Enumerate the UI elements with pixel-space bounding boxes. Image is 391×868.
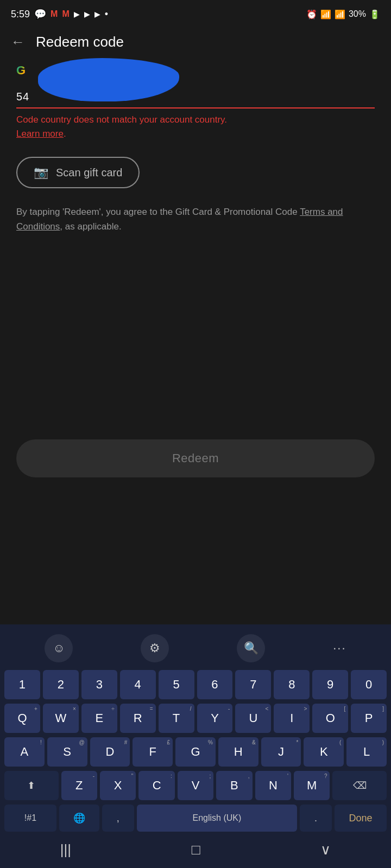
nav-back-button[interactable]: |||: [60, 841, 71, 858]
key-d[interactable]: #D: [90, 737, 130, 767]
key-4[interactable]: 4: [120, 670, 156, 699]
bottom-row: !#1 🌐 , English (UK) . Done: [0, 802, 391, 834]
alarm-icon: ⏰: [306, 9, 317, 20]
redeem-button-container: Redeem: [16, 439, 375, 477]
key-m[interactable]: ?M: [294, 771, 330, 800]
key-j[interactable]: *J: [261, 737, 301, 767]
key-s[interactable]: @S: [47, 737, 87, 767]
asdf-row: !A @S #D £F %G &H *J (K )L: [0, 735, 391, 769]
key-2[interactable]: 2: [43, 670, 79, 699]
shift-key[interactable]: ⬆: [4, 771, 59, 800]
key-p[interactable]: ]P: [351, 704, 387, 733]
comma-key[interactable]: ,: [102, 805, 134, 832]
terms-text: By tapping 'Redeem', you agree to the Gi…: [16, 205, 375, 234]
navigation-bar: ||| □ ∨: [0, 834, 391, 868]
key-n[interactable]: 'N: [255, 771, 291, 800]
key-a[interactable]: !A: [4, 737, 45, 767]
keyboard-toolbar: ☺ ⚙ 🔍 ···: [0, 630, 391, 668]
nav-recents-button[interactable]: ∨: [320, 841, 331, 858]
key-y[interactable]: -Y: [197, 704, 233, 733]
scan-gift-card-button[interactable]: 📷 Scan gift card: [16, 157, 140, 188]
nav-back-icon: |||: [60, 841, 71, 858]
key-7[interactable]: 7: [235, 670, 271, 699]
backspace-key[interactable]: ⌫: [332, 771, 387, 800]
error-text: Code country does not match your account…: [16, 114, 227, 125]
camera-icon: 📷: [34, 165, 48, 180]
key-1[interactable]: 1: [4, 670, 40, 699]
key-k[interactable]: (K: [304, 737, 344, 767]
error-message: Code country does not match your account…: [16, 113, 375, 141]
qwerty-row: +Q ×W ÷E =R /T -Y <U >I [O ]P: [0, 701, 391, 735]
key-t[interactable]: /T: [159, 704, 194, 733]
terms-prefix: By tapping 'Redeem', you agree to the Gi…: [16, 207, 300, 217]
key-9[interactable]: 9: [312, 670, 348, 699]
nav-home-button[interactable]: □: [192, 841, 200, 858]
globe-key[interactable]: 🌐: [59, 805, 99, 832]
keyboard-area: ☺ ⚙ 🔍 ··· 1 2 3 4 5 6 7 8 9 0: [0, 624, 391, 868]
nav-home-icon: □: [192, 841, 200, 858]
google-logo-area: G: [16, 63, 375, 78]
page-title: Redeem code: [36, 34, 124, 50]
done-key[interactable]: Done: [335, 805, 387, 832]
status-bar: 5:59 💬 M M ▶ ▶ ▶ • ⏰ 📶 📶 30% 🔋: [0, 0, 391, 26]
backspace-icon: ⌫: [353, 780, 367, 791]
key-z[interactable]: -Z: [61, 771, 97, 800]
key-b[interactable]: ,B: [216, 771, 252, 800]
status-left: 5:59 💬 M M ▶ ▶ ▶ •: [11, 8, 108, 20]
key-w[interactable]: ×W: [43, 704, 79, 733]
search-icon: 🔍: [244, 641, 258, 655]
youtube-icon: ▶: [74, 10, 80, 18]
time: 5:59: [11, 9, 30, 20]
period-key[interactable]: .: [300, 805, 332, 832]
gmail-icon2: M: [62, 9, 69, 19]
main-wrapper: 5:59 💬 M M ▶ ▶ ▶ • ⏰ 📶 📶 30% 🔋 ← Redeem …: [0, 0, 391, 868]
zxcv-row: ⬆ -Z "X :C ;V ,B 'N ?M ⌫: [0, 769, 391, 802]
error-period: .: [64, 129, 66, 139]
scan-button-label: Scan gift card: [56, 167, 122, 179]
key-3[interactable]: 3: [81, 670, 117, 699]
battery-text: 30%: [349, 9, 366, 19]
key-6[interactable]: 6: [197, 670, 233, 699]
key-x[interactable]: "X: [100, 771, 136, 800]
key-q[interactable]: +Q: [4, 704, 40, 733]
emoji-icon: ☺: [53, 641, 65, 655]
space-key[interactable]: English (UK): [137, 805, 297, 832]
keyboard-search-button[interactable]: 🔍: [237, 634, 265, 662]
learn-more-link[interactable]: Learn more: [16, 129, 64, 139]
key-l[interactable]: )L: [346, 737, 387, 767]
signal-icon: 📶: [335, 9, 345, 20]
emoji-button[interactable]: ☺: [45, 634, 73, 662]
key-0[interactable]: 0: [351, 670, 387, 699]
header: ← Redeem code: [0, 26, 391, 58]
back-button[interactable]: ←: [11, 34, 25, 50]
nav-recents-icon: ∨: [320, 841, 331, 858]
settings-icon: ⚙: [149, 641, 160, 655]
wifi-icon: 📶: [320, 9, 331, 20]
key-8[interactable]: 8: [274, 670, 310, 699]
status-right: ⏰ 📶 📶 30% 🔋: [306, 9, 380, 20]
key-o[interactable]: [O: [312, 704, 348, 733]
key-h[interactable]: &H: [218, 737, 258, 767]
youtube-icon3: ▶: [94, 10, 100, 18]
key-u[interactable]: <U: [235, 704, 271, 733]
key-f[interactable]: £F: [133, 737, 173, 767]
redeem-button[interactable]: Redeem: [16, 439, 375, 477]
keyboard-more-button[interactable]: ···: [333, 641, 346, 655]
dot-icon: •: [105, 9, 108, 20]
key-g[interactable]: %G: [175, 737, 216, 767]
key-r[interactable]: =R: [120, 704, 156, 733]
terms-suffix: , as applicable.: [60, 221, 121, 232]
gmail-icon: M: [51, 9, 58, 19]
keyboard-settings-button[interactable]: ⚙: [141, 634, 169, 662]
number-row: 1 2 3 4 5 6 7 8 9 0: [0, 668, 391, 701]
key-e[interactable]: ÷E: [81, 704, 117, 733]
key-i[interactable]: >I: [274, 704, 310, 733]
key-5[interactable]: 5: [159, 670, 194, 699]
google-logo-g: G: [16, 63, 26, 78]
symbols-key[interactable]: !#1: [4, 805, 56, 832]
shift-icon: ⬆: [27, 780, 35, 791]
messenger-icon: 💬: [34, 8, 46, 20]
key-c[interactable]: :C: [138, 771, 174, 800]
key-v[interactable]: ;V: [178, 771, 213, 800]
content-area: G Code country does not match your accou…: [0, 58, 391, 256]
